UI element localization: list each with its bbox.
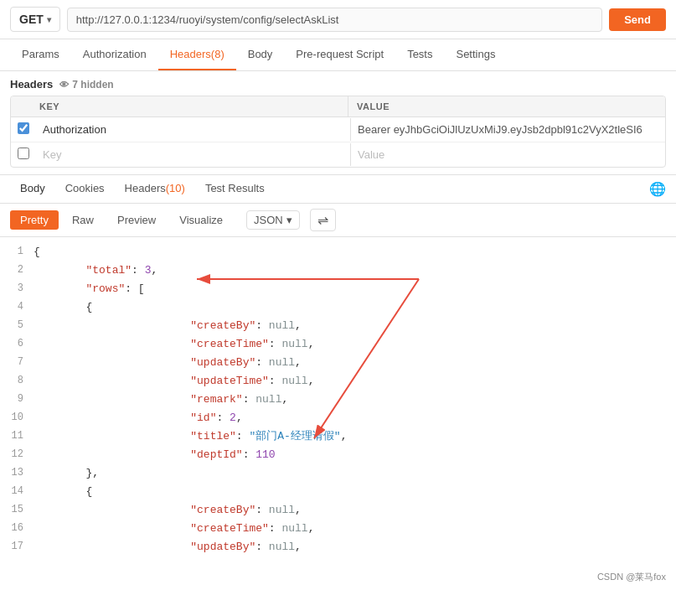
sub-tabs: Pretty Raw Preview Visualize JSON ▾ ⇌ bbox=[0, 204, 676, 237]
top-bar: GET ▾ Send bbox=[0, 0, 676, 39]
line-number: 2 bbox=[7, 262, 34, 278]
line-content: { bbox=[34, 244, 669, 261]
checkbox-cell bbox=[11, 117, 36, 142]
subtab-preview[interactable]: Preview bbox=[107, 210, 166, 230]
subtab-pretty[interactable]: Pretty bbox=[10, 210, 59, 230]
line-number: 8 bbox=[7, 373, 34, 389]
line-content: "title": "部门A-经理请假", bbox=[34, 428, 669, 446]
line-number: 14 bbox=[7, 484, 34, 500]
line-content: "createBy": null, bbox=[34, 318, 669, 335]
json-line: 17 "updateBy": null, bbox=[0, 539, 676, 557]
watermark: CSDN @莱马fox bbox=[0, 564, 676, 590]
hidden-badge: 👁 7 hidden bbox=[59, 79, 113, 91]
tab-settings[interactable]: Settings bbox=[444, 39, 507, 70]
json-line: 15 "createBy": null, bbox=[0, 502, 676, 520]
line-number: 15 bbox=[7, 502, 34, 518]
line-number: 3 bbox=[7, 281, 34, 297]
line-number: 17 bbox=[7, 539, 34, 555]
json-line: 13 }, bbox=[0, 465, 676, 484]
line-content: "rows": [ bbox=[34, 281, 669, 298]
tab-authorization[interactable]: Authorization bbox=[71, 39, 158, 70]
line-content: "createBy": null, bbox=[34, 502, 669, 520]
line-number: 4 bbox=[7, 299, 34, 315]
key-cell[interactable]: Key bbox=[36, 143, 350, 166]
line-content: { bbox=[34, 299, 669, 317]
tab-params[interactable]: Params bbox=[10, 39, 71, 70]
line-content: "remark": null, bbox=[34, 391, 669, 409]
tab-headers[interactable]: Headers(8) bbox=[158, 39, 236, 70]
line-number: 9 bbox=[7, 391, 34, 407]
line-number: 16 bbox=[7, 520, 34, 536]
line-content: "createTime": null, bbox=[34, 336, 669, 354]
method-select[interactable]: GET ▾ bbox=[10, 7, 60, 32]
json-line: 8 "updateTime": null, bbox=[0, 373, 676, 391]
wrap-button[interactable]: ⇌ bbox=[310, 209, 336, 231]
line-content: "updateBy": null, bbox=[34, 539, 669, 556]
line-number: 1 bbox=[7, 244, 34, 260]
line-content: "createTime": null, bbox=[34, 520, 669, 538]
line-number: 12 bbox=[7, 447, 34, 463]
row-checkbox[interactable] bbox=[18, 122, 29, 134]
line-content: "id": 2, bbox=[34, 410, 669, 427]
json-line: 10 "id": 2, bbox=[0, 410, 676, 428]
row-checkbox[interactable] bbox=[18, 148, 29, 159]
line-content: }, bbox=[34, 465, 669, 483]
line-number: 13 bbox=[7, 465, 34, 481]
format-select[interactable]: JSON ▾ bbox=[246, 210, 300, 230]
eye-icon: 👁 bbox=[59, 80, 69, 90]
value-cell[interactable]: Value bbox=[350, 143, 665, 166]
value-cell[interactable]: Bearer eyJhbGciOiJlUzUxMiJ9.eyJsb2dpbl91… bbox=[350, 118, 665, 141]
table-row: Authorization Bearer eyJhbGciOiJlUzUxMiJ… bbox=[11, 117, 665, 142]
url-input[interactable] bbox=[67, 8, 602, 32]
tab-cookies[interactable]: Cookies bbox=[55, 175, 115, 203]
tab-body[interactable]: Body bbox=[236, 39, 285, 70]
line-content: "deptId": 110 bbox=[34, 447, 669, 464]
tab-headers-response[interactable]: Headers(10) bbox=[115, 175, 195, 203]
line-number: 11 bbox=[7, 428, 34, 444]
json-line: 12 "deptId": 110 bbox=[0, 447, 676, 465]
headers-section: Headers 👁 7 hidden KEY VALUE Authorizati… bbox=[0, 71, 676, 175]
checkbox-cell bbox=[11, 142, 36, 167]
json-line: 6 "createTime": null, bbox=[0, 336, 676, 355]
json-line: 3 "rows": [ bbox=[0, 281, 676, 299]
subtab-visualize[interactable]: Visualize bbox=[169, 210, 233, 230]
tab-body-response[interactable]: Body bbox=[10, 175, 55, 203]
line-number: 5 bbox=[7, 318, 34, 334]
request-tabs: Params Authorization Headers(8) Body Pre… bbox=[0, 39, 676, 71]
chevron-down-icon: ▾ bbox=[47, 15, 51, 24]
response-tabs: Body Cookies Headers(10) Test Results 🌐 bbox=[0, 175, 676, 204]
json-line: 7 "updateBy": null, bbox=[0, 355, 676, 373]
line-content: "updateBy": null, bbox=[34, 355, 669, 372]
headers-title: Headers 👁 7 hidden bbox=[10, 78, 666, 91]
table-header-row: KEY VALUE bbox=[11, 96, 665, 117]
json-line: 5 "createBy": null, bbox=[0, 318, 676, 336]
line-number: 6 bbox=[7, 336, 34, 352]
tab-tests[interactable]: Tests bbox=[395, 39, 444, 70]
json-line: 1{ bbox=[0, 244, 676, 262]
line-number: 10 bbox=[7, 410, 34, 426]
json-line: 9 "remark": null, bbox=[0, 391, 676, 410]
json-line: 2 "total": 3, bbox=[0, 262, 676, 281]
chevron-down-icon: ▾ bbox=[286, 214, 292, 226]
line-number: 7 bbox=[7, 355, 34, 370]
col-key-header: KEY bbox=[31, 96, 348, 116]
line-content: { bbox=[34, 484, 669, 501]
json-line: 4 { bbox=[0, 299, 676, 318]
headers-table: KEY VALUE Authorization Bearer eyJhbGciO… bbox=[10, 96, 666, 168]
globe-icon[interactable]: 🌐 bbox=[649, 181, 666, 197]
line-content: "updateTime": null, bbox=[34, 373, 669, 391]
method-label: GET bbox=[19, 13, 44, 26]
line-content: "total": 3, bbox=[34, 262, 669, 280]
json-view: 1{2 "total": 3,3 "rows": [4 {5 "createBy… bbox=[0, 237, 676, 564]
wrap-icon: ⇌ bbox=[317, 212, 328, 228]
subtab-raw[interactable]: Raw bbox=[62, 210, 104, 230]
tab-test-results[interactable]: Test Results bbox=[195, 175, 275, 203]
json-line: 14 { bbox=[0, 484, 676, 502]
send-button[interactable]: Send bbox=[609, 8, 666, 31]
table-row: Key Value bbox=[11, 142, 665, 167]
json-line: 11 "title": "部门A-经理请假", bbox=[0, 428, 676, 447]
key-cell[interactable]: Authorization bbox=[36, 118, 350, 141]
json-line: 16 "createTime": null, bbox=[0, 520, 676, 539]
tab-prerequest[interactable]: Pre-request Script bbox=[284, 39, 395, 70]
col-value-header: VALUE bbox=[348, 96, 665, 116]
